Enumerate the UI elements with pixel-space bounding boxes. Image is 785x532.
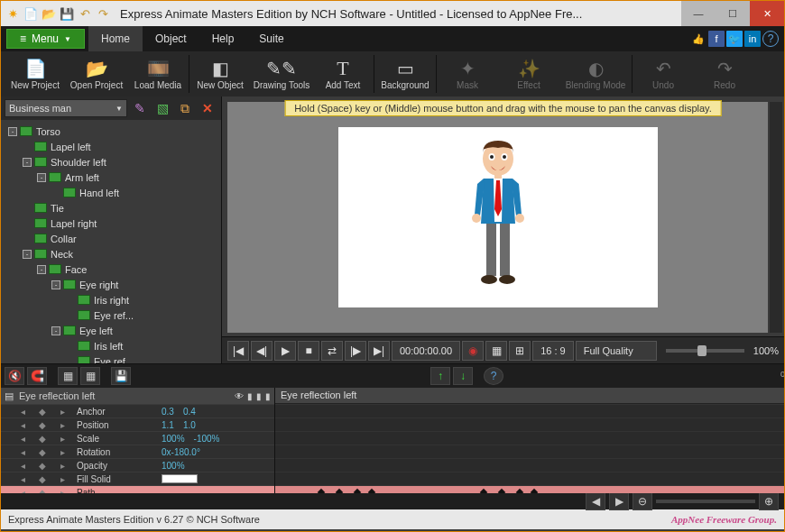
tl-color1-icon[interactable]: ▦ [58, 367, 78, 385]
tree-toggle[interactable]: - [8, 127, 17, 136]
goto-start-button[interactable]: |◀ [227, 341, 249, 361]
canvas-scroll-v[interactable] [770, 102, 782, 333]
window-maximize[interactable]: ☐ [716, 1, 750, 26]
tl-mute-icon[interactable]: 🔇 [5, 367, 24, 385]
prop-value[interactable]: -100% [194, 434, 220, 444]
zoom-slider[interactable] [666, 349, 744, 353]
add-key-icon[interactable]: ◆ [37, 434, 48, 444]
tool-new-object[interactable]: ◧New Object [189, 51, 251, 96]
prop-row[interactable]: ◂◆▸Anchor0.30.4 [1, 404, 274, 417]
tl-movedown-icon[interactable]: ↓ [453, 367, 473, 385]
prop-value[interactable]: 0.3 [162, 407, 174, 417]
menutab-help[interactable]: Help [199, 26, 247, 51]
prop-row[interactable]: ◂◆▸Fill Solid [1, 472, 274, 485]
tree-toggle[interactable]: - [23, 158, 32, 167]
window-minimize[interactable]: — [681, 1, 716, 26]
add-key-icon[interactable]: ◆ [37, 474, 48, 484]
layer-tree[interactable]: -TorsoLapel left-Shoulder left-Arm leftH… [1, 120, 221, 363]
tree-item[interactable]: -Shoulder left [3, 154, 219, 170]
next-key-icon[interactable]: ▸ [57, 447, 68, 457]
prop-row[interactable]: ◂◆▸Path [1, 485, 274, 493]
help-icon[interactable]: ? [762, 31, 779, 47]
tree-toggle[interactable]: - [37, 265, 46, 274]
tl-help-icon[interactable]: ? [484, 367, 503, 385]
tree-item[interactable]: -Face [3, 261, 219, 277]
shy-icon[interactable]: ▮ [265, 391, 271, 401]
tree-item[interactable]: -Eye left [3, 323, 219, 338]
qa-new-icon[interactable]: 📄 [23, 5, 39, 22]
tree-toggle[interactable]: - [51, 326, 60, 335]
qa-save-icon[interactable]: 💾 [59, 5, 75, 22]
prop-row[interactable]: ◂◆▸Opacity100% [1, 458, 274, 472]
menutab-object[interactable]: Object [143, 26, 199, 51]
lock-icon[interactable]: ▮ [247, 391, 253, 401]
tl-scroll-left[interactable]: ◀ [586, 492, 605, 510]
tree-toggle[interactable]: - [23, 250, 32, 259]
solo-icon[interactable]: ▮ [256, 391, 262, 401]
add-key-icon[interactable]: ◆ [37, 461, 48, 471]
twitter-icon[interactable]: 🐦 [726, 31, 743, 47]
timeline-layer-header[interactable]: ▤ Eye reflection left 👁 ▮ ▮ ▮ [1, 388, 274, 404]
prop-value[interactable]: 0x-180.0° [162, 447, 200, 457]
step-fwd-button[interactable]: |▶ [345, 341, 366, 361]
next-key-icon[interactable]: ▸ [57, 407, 68, 417]
qa-open-icon[interactable]: 📂 [41, 5, 57, 22]
goto-end-button[interactable]: ▶| [368, 341, 390, 361]
next-key-icon[interactable]: ▸ [57, 461, 68, 471]
object-combo[interactable]: Business man▼ [5, 99, 127, 117]
tree-item[interactable]: Iris left [3, 338, 219, 353]
tree-item[interactable]: Lapel left [3, 139, 219, 154]
qa-undo-icon[interactable]: ↶ [77, 5, 93, 22]
loop-button[interactable]: ⇄ [321, 341, 343, 361]
next-key-icon[interactable]: ▸ [57, 474, 68, 484]
tool-open-project[interactable]: 📂Open Project [66, 51, 127, 96]
sidebar-tool1-icon[interactable]: ✎ [130, 99, 150, 117]
menu-button[interactable]: ≡ Menu ▼ [6, 29, 85, 49]
add-key-icon[interactable]: ◆ [37, 407, 48, 417]
add-key-icon[interactable]: ◆ [37, 420, 48, 430]
prev-key-icon[interactable]: ◂ [17, 407, 28, 417]
play-button[interactable]: ▶ [274, 341, 296, 361]
stop-button[interactable]: ■ [298, 341, 319, 361]
tool-background[interactable]: ▭Background [374, 51, 436, 96]
prev-key-icon[interactable]: ◂ [17, 447, 28, 457]
prop-value[interactable]: 0.4 [183, 407, 196, 417]
path-track[interactable] [275, 485, 784, 493]
sidebar-delete-icon[interactable]: ✕ [198, 99, 217, 117]
tree-item[interactable]: Iris right [3, 292, 219, 307]
tool-add-text[interactable]: TAdd Text [312, 51, 374, 96]
facebook-icon[interactable]: f [708, 31, 725, 47]
tree-item[interactable]: -Arm left [3, 170, 219, 185]
timecode[interactable]: 00:00:00.00 [392, 341, 460, 361]
tl-zoom-in-icon[interactable]: ⊕ [759, 492, 779, 510]
tl-scroll-right[interactable]: ▶ [609, 492, 629, 510]
timeline-tracks[interactable]: Eye reflection left [275, 388, 784, 493]
menutab-suite[interactable]: Suite [246, 26, 296, 51]
tl-moveup-icon[interactable]: ↑ [430, 367, 450, 385]
canvas[interactable] [338, 127, 658, 307]
prop-value[interactable]: 1.0 [183, 420, 196, 430]
window-close[interactable]: ✕ [750, 1, 784, 26]
tool-load-media[interactable]: 🎞️Load Media [127, 51, 189, 96]
grid-toggle[interactable]: ▦ [485, 341, 507, 361]
qa-redo-icon[interactable]: ↷ [95, 5, 111, 22]
tree-toggle[interactable]: - [51, 280, 60, 289]
thumbsup-icon[interactable]: 👍 [690, 31, 706, 47]
tree-toggle[interactable]: - [37, 173, 46, 182]
tree-item[interactable]: -Eye right [3, 277, 219, 292]
record-button[interactable]: ◉ [462, 341, 484, 361]
sidebar-copy-icon[interactable]: ⧉ [175, 99, 195, 117]
prop-value[interactable]: 100% [162, 461, 185, 471]
visibility-icon[interactable]: 👁 [235, 391, 244, 401]
prop-value[interactable]: 1.1 [162, 420, 174, 430]
tl-save-icon[interactable]: 💾 [111, 367, 131, 385]
prev-key-icon[interactable]: ◂ [17, 420, 28, 430]
tree-item[interactable]: Collar [3, 231, 219, 246]
prop-value[interactable]: 100% [162, 434, 185, 444]
tree-item[interactable]: -Neck [3, 246, 219, 261]
track-header[interactable]: Eye reflection left [275, 388, 784, 404]
tree-item[interactable]: Tie [3, 200, 219, 216]
tree-item[interactable]: -Torso [3, 124, 219, 139]
menutab-home[interactable]: Home [88, 26, 143, 51]
prev-key-icon[interactable]: ◂ [17, 461, 28, 471]
